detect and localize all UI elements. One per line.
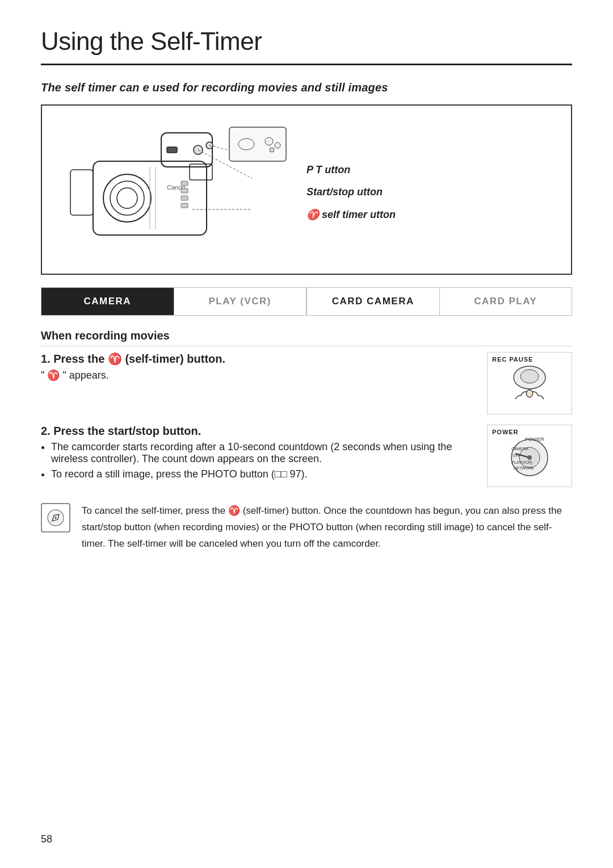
svg-rect-16 [181,203,188,208]
svg-point-2 [110,181,144,215]
step-2-bullet-2: To record a still image, press the PHOTO… [51,468,469,480]
step-2-bullet-1: The camcorder starts recording after a 1… [51,441,469,465]
mode-card-play[interactable]: CARD PLAY [440,288,572,315]
step-1-body: " ♈ " appears. [41,369,469,381]
svg-text:POWER: POWER [525,437,545,442]
subtitle: The self timer can e used for recording … [41,81,572,94]
step-1-title: 1. Press the ♈ (self-timer) button. [41,352,469,366]
step-1-image: REC PAUSE [487,352,572,414]
note-text: To cancel the self-timer, press the ♈ (s… [82,503,572,552]
svg-rect-15 [181,196,188,200]
note-icon [41,503,70,532]
page-title: Using the Self-Timer [41,27,572,65]
step-2-bullets: The camcorder starts recording after a 1… [51,441,469,480]
rec-pause-label: REC PAUSE [492,356,533,363]
svg-rect-7 [167,147,177,153]
svg-point-23 [275,142,280,148]
svg-text:CAMERA: CAMERA [511,447,528,451]
svg-point-34 [527,455,532,460]
camera-illustration: Canon [42,116,306,263]
svg-text:PLAY(VCR): PLAY(VCR) [511,460,532,465]
svg-rect-13 [181,181,188,186]
svg-point-37 [54,517,57,519]
step-1: 1. Press the ♈ (self-timer) button. " ♈ … [41,352,572,414]
self-timer-label: ♈ self timer utton [306,208,554,221]
diagram-labels: P T utton Start/stop utton ♈ self timer … [306,158,571,221]
page-number: 58 [41,833,52,845]
power-label: POWER [492,429,519,435]
note-box: To cancel the self-timer, press the ♈ (s… [41,503,572,552]
mode-card-camera[interactable]: CARD CAMERA [306,288,440,315]
start-stop-label: Start/stop utton [306,186,554,198]
mode-camera[interactable]: CAMERA [41,288,174,315]
svg-text:NETWORK: NETWORK [514,466,534,470]
section-when-recording-movies: When recording movies [41,329,572,346]
svg-point-24 [270,148,274,152]
pt-button-label: P T utton [306,164,554,176]
svg-point-26 [520,370,539,383]
step-2-image: POWER CAMERA OFF PLAY(VCR) NETWORK POWER [487,425,572,487]
svg-point-22 [265,137,273,145]
svg-point-3 [117,188,137,208]
svg-rect-6 [70,170,93,215]
mode-play-vcr[interactable]: PLAY (VCR) [174,288,307,315]
step-2: 2. Press the start/stop button. The camc… [41,425,572,487]
svg-rect-14 [181,188,188,193]
mode-bar: CAMERA PLAY (VCR) CARD CAMERA CARD PLAY [41,287,572,316]
step-2-title: 2. Press the start/stop button. [41,425,469,438]
camera-diagram: Canon P T utton [41,104,572,275]
